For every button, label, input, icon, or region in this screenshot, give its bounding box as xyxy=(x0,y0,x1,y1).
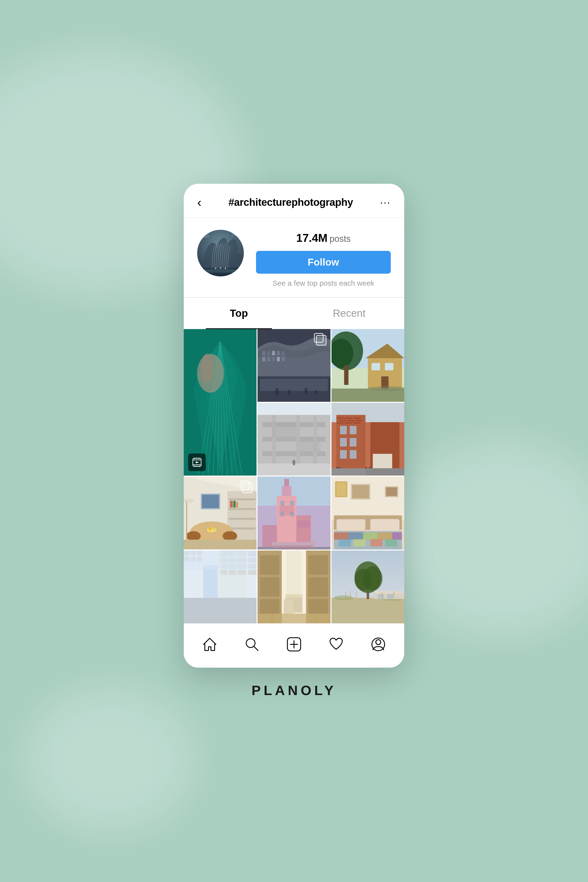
svg-point-46 xyxy=(275,388,279,395)
nav-profile[interactable] xyxy=(367,633,389,656)
svg-rect-35 xyxy=(267,351,270,355)
svg-rect-147 xyxy=(352,485,369,499)
svg-rect-30 xyxy=(199,465,200,466)
grid-item-9[interactable] xyxy=(184,550,256,623)
grid-item-2[interactable] xyxy=(258,329,330,402)
svg-rect-29 xyxy=(196,465,197,466)
svg-rect-217 xyxy=(282,550,306,623)
avatar-image xyxy=(197,230,244,276)
svg-rect-25 xyxy=(194,458,195,460)
nav-search[interactable] xyxy=(241,633,263,656)
more-options-button[interactable]: ··· xyxy=(380,196,391,208)
svg-rect-123 xyxy=(202,495,219,508)
nav-home[interactable] xyxy=(199,633,221,656)
grid-image-9 xyxy=(184,550,256,623)
phone-frame: ‹ #architecturephotography ··· xyxy=(184,184,404,668)
svg-point-118 xyxy=(208,527,212,530)
svg-rect-143 xyxy=(277,547,311,549)
svg-rect-228 xyxy=(375,591,403,593)
svg-point-114 xyxy=(223,531,237,541)
svg-rect-105 xyxy=(229,498,255,500)
posts-count-row: 17.4M posts xyxy=(296,232,351,244)
grid-item-11[interactable] xyxy=(332,550,404,623)
grid-item-6[interactable] xyxy=(184,477,256,549)
nav-activity[interactable] xyxy=(325,633,347,656)
svg-rect-133 xyxy=(284,479,289,486)
svg-rect-108 xyxy=(229,528,255,530)
svg-point-117 xyxy=(207,528,217,532)
svg-rect-151 xyxy=(336,483,346,496)
svg-rect-162 xyxy=(339,539,351,547)
phone-wrapper: ‹ #architecturephotography ··· xyxy=(184,184,404,698)
svg-rect-24 xyxy=(193,464,201,465)
grid-item-1[interactable] xyxy=(184,329,256,476)
multi-image-icon-2 xyxy=(314,333,327,346)
tab-top[interactable]: Top xyxy=(184,298,294,329)
grid-item-8[interactable] xyxy=(332,477,404,549)
svg-rect-196 xyxy=(184,550,256,570)
reels-play-icon xyxy=(192,457,202,468)
svg-rect-229 xyxy=(378,594,384,599)
svg-rect-27 xyxy=(199,458,200,460)
grid-item-7[interactable] xyxy=(258,477,330,549)
tab-recent[interactable]: Recent xyxy=(294,298,404,329)
grid-image-8 xyxy=(332,477,404,549)
back-button[interactable]: ‹ xyxy=(197,196,201,209)
svg-rect-84 xyxy=(347,420,354,421)
grid-item-4[interactable] xyxy=(258,403,330,476)
svg-rect-93 xyxy=(340,450,346,459)
svg-rect-59 xyxy=(371,363,380,370)
svg-rect-139 xyxy=(280,512,284,517)
svg-point-47 xyxy=(288,390,291,395)
svg-point-49 xyxy=(315,390,317,395)
svg-rect-207 xyxy=(309,577,328,597)
svg-rect-83 xyxy=(339,420,346,421)
photo-grid xyxy=(184,329,404,623)
svg-rect-165 xyxy=(385,539,397,547)
svg-line-237 xyxy=(254,646,258,651)
svg-rect-36 xyxy=(272,351,275,355)
svg-rect-220 xyxy=(332,598,404,623)
svg-rect-21 xyxy=(184,330,256,475)
svg-rect-43 xyxy=(282,357,285,362)
svg-point-74 xyxy=(292,460,296,465)
svg-rect-126 xyxy=(242,483,252,493)
svg-rect-41 xyxy=(272,357,275,362)
svg-point-3 xyxy=(215,267,216,269)
svg-rect-136 xyxy=(298,520,310,528)
svg-rect-124 xyxy=(184,540,256,549)
svg-rect-60 xyxy=(385,363,393,370)
svg-rect-23 xyxy=(193,460,201,460)
follow-button[interactable]: Follow xyxy=(256,251,391,274)
grid-item-5[interactable] xyxy=(332,403,404,476)
grid-item-3[interactable] xyxy=(332,329,404,402)
svg-rect-138 xyxy=(290,501,294,506)
svg-rect-101 xyxy=(365,468,404,476)
svg-rect-70 xyxy=(297,415,300,463)
grid-item-10[interactable] xyxy=(258,550,330,623)
nav-add[interactable] xyxy=(283,633,305,656)
svg-rect-91 xyxy=(340,438,346,447)
svg-rect-82 xyxy=(353,417,361,419)
svg-marker-31 xyxy=(196,461,199,463)
svg-rect-160 xyxy=(378,532,392,540)
svg-rect-40 xyxy=(267,357,270,362)
svg-rect-80 xyxy=(336,417,344,419)
svg-rect-87 xyxy=(345,422,352,424)
grid-image-11 xyxy=(332,550,404,623)
svg-rect-75 xyxy=(258,403,330,415)
svg-point-242 xyxy=(376,640,381,645)
bg-decoration-2 xyxy=(392,441,588,637)
svg-rect-72 xyxy=(272,422,297,436)
grid-image-7 xyxy=(258,477,330,549)
svg-point-113 xyxy=(186,531,201,541)
svg-rect-94 xyxy=(350,450,357,459)
svg-rect-42 xyxy=(277,357,280,362)
svg-rect-34 xyxy=(262,351,266,355)
svg-rect-28 xyxy=(194,465,195,466)
svg-rect-157 xyxy=(334,532,348,540)
svg-rect-164 xyxy=(370,539,382,547)
posts-label: posts xyxy=(330,234,351,244)
svg-point-48 xyxy=(304,388,308,394)
page-title: #architecturephotography xyxy=(228,196,353,208)
